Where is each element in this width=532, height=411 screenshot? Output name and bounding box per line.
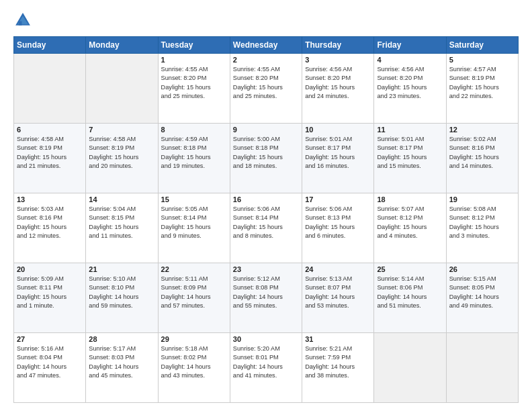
calendar-cell: 5Sunrise: 4:57 AMSunset: 8:19 PMDaylight…: [446, 54, 518, 124]
calendar-cell: 28Sunrise: 5:17 AMSunset: 8:03 PMDayligh…: [86, 333, 158, 403]
day-info: Sunrise: 4:57 AMSunset: 8:19 PMDaylight:…: [449, 65, 515, 101]
day-number: 4: [377, 56, 443, 64]
day-info: Sunrise: 5:12 AMSunset: 8:08 PMDaylight:…: [233, 275, 299, 310]
calendar-cell: [14, 54, 86, 124]
day-header-sunday: Sunday: [14, 37, 86, 54]
day-info: Sunrise: 5:20 AMSunset: 8:01 PMDaylight:…: [233, 345, 299, 380]
calendar-cell: 23Sunrise: 5:12 AMSunset: 8:08 PMDayligh…: [230, 263, 302, 333]
day-number: 17: [305, 195, 371, 203]
day-info: Sunrise: 5:02 AMSunset: 8:16 PMDaylight:…: [449, 135, 515, 171]
calendar-cell: 19Sunrise: 5:08 AMSunset: 8:12 PMDayligh…: [446, 193, 518, 263]
calendar-cell: 17Sunrise: 5:06 AMSunset: 8:13 PMDayligh…: [302, 193, 374, 263]
calendar-cell: 22Sunrise: 5:11 AMSunset: 8:09 PMDayligh…: [158, 263, 230, 333]
calendar-week-1: 1Sunrise: 4:55 AMSunset: 8:20 PMDaylight…: [14, 54, 519, 124]
calendar-table: SundayMondayTuesdayWednesdayThursdayFrid…: [13, 36, 519, 403]
calendar-cell: 1Sunrise: 4:55 AMSunset: 8:20 PMDaylight…: [158, 54, 230, 124]
day-number: 1: [161, 56, 227, 64]
day-info: Sunrise: 5:17 AMSunset: 8:03 PMDaylight:…: [89, 345, 154, 380]
day-info: Sunrise: 5:09 AMSunset: 8:11 PMDaylight:…: [17, 275, 83, 310]
day-info: Sunrise: 4:59 AMSunset: 8:18 PMDaylight:…: [161, 135, 227, 171]
day-number: 30: [233, 335, 299, 343]
calendar-cell: 15Sunrise: 5:05 AMSunset: 8:14 PMDayligh…: [158, 193, 230, 263]
day-info: Sunrise: 4:58 AMSunset: 8:19 PMDaylight:…: [17, 135, 83, 171]
day-number: 11: [377, 126, 443, 134]
day-header-thursday: Thursday: [302, 37, 374, 54]
day-info: Sunrise: 5:03 AMSunset: 8:16 PMDaylight:…: [17, 205, 83, 240]
day-info: Sunrise: 5:04 AMSunset: 8:15 PMDaylight:…: [89, 205, 154, 240]
day-number: 13: [17, 195, 83, 203]
logo-icon: [13, 11, 32, 30]
day-number: 21: [89, 265, 154, 273]
calendar-cell: 6Sunrise: 4:58 AMSunset: 8:19 PMDaylight…: [14, 124, 86, 193]
day-info: Sunrise: 5:00 AMSunset: 8:18 PMDaylight:…: [233, 135, 299, 171]
calendar-cell: 10Sunrise: 5:01 AMSunset: 8:17 PMDayligh…: [302, 124, 374, 193]
day-info: Sunrise: 5:18 AMSunset: 8:02 PMDaylight:…: [161, 345, 227, 380]
page: SundayMondayTuesdayWednesdayThursdayFrid…: [0, 0, 532, 411]
calendar-cell: 20Sunrise: 5:09 AMSunset: 8:11 PMDayligh…: [14, 263, 86, 333]
day-number: 24: [305, 265, 371, 273]
day-header-tuesday: Tuesday: [158, 37, 230, 54]
calendar-cell: 26Sunrise: 5:15 AMSunset: 8:05 PMDayligh…: [446, 263, 518, 333]
day-info: Sunrise: 5:10 AMSunset: 8:10 PMDaylight:…: [89, 275, 154, 310]
calendar-cell: 18Sunrise: 5:07 AMSunset: 8:12 PMDayligh…: [374, 193, 446, 263]
calendar-cell: 2Sunrise: 4:55 AMSunset: 8:20 PMDaylight…: [230, 54, 302, 124]
calendar-week-2: 6Sunrise: 4:58 AMSunset: 8:19 PMDaylight…: [14, 124, 519, 193]
day-info: Sunrise: 5:16 AMSunset: 8:04 PMDaylight:…: [17, 345, 83, 380]
calendar-cell: 7Sunrise: 4:58 AMSunset: 8:19 PMDaylight…: [86, 124, 158, 193]
day-number: 14: [89, 195, 154, 203]
day-info: Sunrise: 5:06 AMSunset: 8:14 PMDaylight:…: [233, 205, 299, 240]
day-info: Sunrise: 4:58 AMSunset: 8:19 PMDaylight:…: [89, 135, 154, 171]
calendar-cell: 14Sunrise: 5:04 AMSunset: 8:15 PMDayligh…: [86, 193, 158, 263]
day-number: 29: [161, 335, 227, 343]
calendar-cell: 8Sunrise: 4:59 AMSunset: 8:18 PMDaylight…: [158, 124, 230, 193]
day-number: 18: [377, 195, 443, 203]
calendar-cell: 31Sunrise: 5:21 AMSunset: 7:59 PMDayligh…: [302, 333, 374, 403]
calendar-cell: 13Sunrise: 5:03 AMSunset: 8:16 PMDayligh…: [14, 193, 86, 263]
day-number: 16: [233, 195, 299, 203]
day-info: Sunrise: 5:05 AMSunset: 8:14 PMDaylight:…: [161, 205, 227, 240]
calendar-cell: [86, 54, 158, 124]
calendar-cell: 21Sunrise: 5:10 AMSunset: 8:10 PMDayligh…: [86, 263, 158, 333]
calendar-cell: [446, 333, 518, 403]
calendar-cell: 29Sunrise: 5:18 AMSunset: 8:02 PMDayligh…: [158, 333, 230, 403]
day-info: Sunrise: 5:15 AMSunset: 8:05 PMDaylight:…: [449, 275, 515, 310]
calendar-week-3: 13Sunrise: 5:03 AMSunset: 8:16 PMDayligh…: [14, 193, 519, 263]
day-number: 27: [17, 335, 83, 343]
day-number: 3: [305, 56, 371, 64]
day-header-friday: Friday: [374, 37, 446, 54]
calendar-cell: 12Sunrise: 5:02 AMSunset: 8:16 PMDayligh…: [446, 124, 518, 193]
calendar-cell: 11Sunrise: 5:01 AMSunset: 8:17 PMDayligh…: [374, 124, 446, 193]
day-info: Sunrise: 4:56 AMSunset: 8:20 PMDaylight:…: [377, 65, 443, 101]
day-info: Sunrise: 5:08 AMSunset: 8:12 PMDaylight:…: [449, 205, 515, 240]
day-number: 25: [377, 265, 443, 273]
day-header-monday: Monday: [86, 37, 158, 54]
day-info: Sunrise: 5:07 AMSunset: 8:12 PMDaylight:…: [377, 205, 443, 240]
day-info: Sunrise: 5:21 AMSunset: 7:59 PMDaylight:…: [305, 345, 371, 380]
day-number: 20: [17, 265, 83, 273]
day-info: Sunrise: 5:11 AMSunset: 8:09 PMDaylight:…: [161, 275, 227, 310]
day-number: 12: [449, 126, 515, 134]
svg-rect-2: [19, 21, 22, 26]
day-info: Sunrise: 5:01 AMSunset: 8:17 PMDaylight:…: [377, 135, 443, 171]
logo: [13, 11, 35, 30]
day-number: 31: [305, 335, 371, 343]
calendar-cell: 27Sunrise: 5:16 AMSunset: 8:04 PMDayligh…: [14, 333, 86, 403]
day-number: 23: [233, 265, 299, 273]
day-number: 5: [449, 56, 515, 64]
calendar-cell: 16Sunrise: 5:06 AMSunset: 8:14 PMDayligh…: [230, 193, 302, 263]
calendar-header-row: SundayMondayTuesdayWednesdayThursdayFrid…: [14, 37, 519, 54]
calendar-cell: 9Sunrise: 5:00 AMSunset: 8:18 PMDaylight…: [230, 124, 302, 193]
day-info: Sunrise: 4:55 AMSunset: 8:20 PMDaylight:…: [161, 65, 227, 101]
calendar-cell: 3Sunrise: 4:56 AMSunset: 8:20 PMDaylight…: [302, 54, 374, 124]
day-header-wednesday: Wednesday: [230, 37, 302, 54]
day-number: 10: [305, 126, 371, 134]
day-number: 22: [161, 265, 227, 273]
day-info: Sunrise: 4:56 AMSunset: 8:20 PMDaylight:…: [305, 65, 371, 101]
day-info: Sunrise: 5:06 AMSunset: 8:13 PMDaylight:…: [305, 205, 371, 240]
calendar-cell: 25Sunrise: 5:14 AMSunset: 8:06 PMDayligh…: [374, 263, 446, 333]
day-header-saturday: Saturday: [446, 37, 518, 54]
calendar-cell: [374, 333, 446, 403]
header: [13, 11, 519, 30]
calendar-cell: 4Sunrise: 4:56 AMSunset: 8:20 PMDaylight…: [374, 54, 446, 124]
day-info: Sunrise: 5:01 AMSunset: 8:17 PMDaylight:…: [305, 135, 371, 171]
